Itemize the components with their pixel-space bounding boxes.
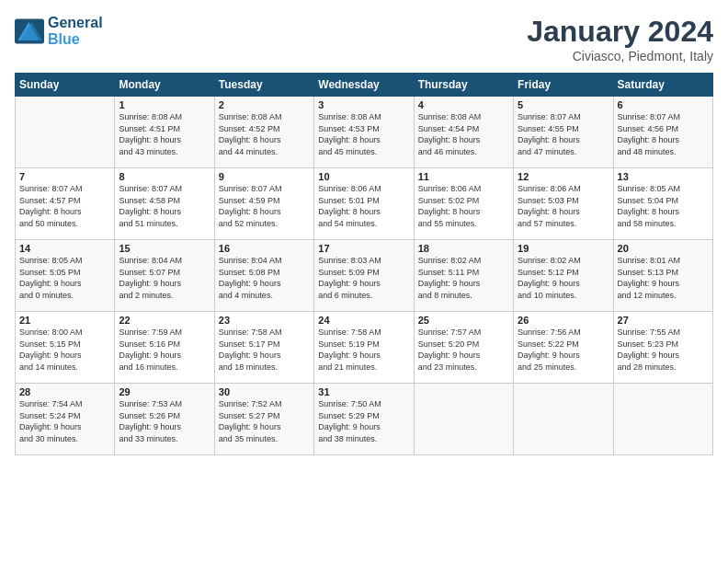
calendar-cell: 25Sunrise: 7:57 AM Sunset: 5:20 PM Dayli… [414, 312, 513, 384]
day-number: 26 [518, 315, 609, 326]
day-number: 7 [19, 171, 110, 182]
page-container: General Blue January 2024 Civiasco, Pied… [0, 0, 728, 465]
day-info: Sunrise: 8:05 AM Sunset: 5:05 PM Dayligh… [19, 255, 110, 301]
day-number: 22 [119, 315, 210, 326]
day-info: Sunrise: 8:06 AM Sunset: 5:02 PM Dayligh… [418, 183, 509, 229]
calendar-cell: 8Sunrise: 8:07 AM Sunset: 4:58 PM Daylig… [115, 168, 214, 240]
day-number: 30 [219, 386, 310, 397]
day-info: Sunrise: 8:07 AM Sunset: 4:56 PM Dayligh… [618, 111, 709, 157]
calendar-cell: 31Sunrise: 7:50 AM Sunset: 5:29 PM Dayli… [314, 384, 414, 455]
day-info: Sunrise: 7:55 AM Sunset: 5:23 PM Dayligh… [618, 327, 709, 373]
day-number: 21 [19, 315, 110, 326]
calendar-cell: 26Sunrise: 7:56 AM Sunset: 5:22 PM Dayli… [514, 312, 613, 384]
calendar-header-row: SundayMondayTuesdayWednesdayThursdayFrid… [16, 74, 713, 97]
day-info: Sunrise: 8:07 AM Sunset: 4:55 PM Dayligh… [518, 111, 609, 157]
day-info: Sunrise: 8:00 AM Sunset: 5:15 PM Dayligh… [19, 327, 110, 373]
calendar-cell: 17Sunrise: 8:03 AM Sunset: 5:09 PM Dayli… [314, 240, 414, 312]
day-number: 5 [518, 99, 609, 110]
day-number: 6 [618, 99, 709, 110]
calendar-cell [414, 384, 513, 455]
day-info: Sunrise: 8:04 AM Sunset: 5:07 PM Dayligh… [119, 255, 210, 301]
day-number: 1 [119, 99, 210, 110]
calendar-cell: 16Sunrise: 8:04 AM Sunset: 5:08 PM Dayli… [214, 240, 313, 312]
day-info: Sunrise: 7:53 AM Sunset: 5:26 PM Dayligh… [119, 398, 210, 444]
day-info: Sunrise: 8:08 AM Sunset: 4:51 PM Dayligh… [119, 111, 210, 157]
logo-text: General Blue [48, 15, 103, 47]
day-number: 10 [318, 171, 409, 182]
calendar-cell: 2Sunrise: 8:08 AM Sunset: 4:52 PM Daylig… [214, 97, 313, 168]
calendar-week-3: 14Sunrise: 8:05 AM Sunset: 5:05 PM Dayli… [16, 240, 713, 312]
calendar-cell: 11Sunrise: 8:06 AM Sunset: 5:02 PM Dayli… [414, 168, 513, 240]
day-number: 4 [418, 99, 509, 110]
title-block: January 2024 Civiasco, Piedmont, Italy [527, 15, 713, 63]
calendar-cell: 27Sunrise: 7:55 AM Sunset: 5:23 PM Dayli… [613, 312, 712, 384]
header-wednesday: Wednesday [314, 74, 414, 97]
day-number: 8 [119, 171, 210, 182]
day-number: 14 [19, 243, 110, 254]
day-info: Sunrise: 8:08 AM Sunset: 4:53 PM Dayligh… [318, 111, 409, 157]
calendar-cell: 5Sunrise: 8:07 AM Sunset: 4:55 PM Daylig… [514, 97, 613, 168]
calendar-cell [613, 384, 712, 455]
header-sunday: Sunday [16, 74, 115, 97]
day-number: 11 [418, 171, 509, 182]
calendar-cell: 7Sunrise: 8:07 AM Sunset: 4:57 PM Daylig… [16, 168, 115, 240]
day-number: 31 [318, 386, 409, 397]
header-friday: Friday [514, 74, 613, 97]
calendar-cell: 28Sunrise: 7:54 AM Sunset: 5:24 PM Dayli… [16, 384, 115, 455]
day-number: 18 [418, 243, 509, 254]
day-number: 15 [119, 243, 210, 254]
day-number: 25 [418, 315, 509, 326]
day-number: 19 [518, 243, 609, 254]
day-number: 24 [318, 315, 409, 326]
calendar-cell: 12Sunrise: 8:06 AM Sunset: 5:03 PM Dayli… [514, 168, 613, 240]
day-info: Sunrise: 8:08 AM Sunset: 4:52 PM Dayligh… [219, 111, 310, 157]
calendar-cell: 4Sunrise: 8:08 AM Sunset: 4:54 PM Daylig… [414, 97, 513, 168]
day-number: 29 [119, 386, 210, 397]
day-info: Sunrise: 8:01 AM Sunset: 5:13 PM Dayligh… [618, 255, 709, 301]
header-saturday: Saturday [613, 74, 712, 97]
day-number: 23 [219, 315, 310, 326]
calendar-cell: 22Sunrise: 7:59 AM Sunset: 5:16 PM Dayli… [115, 312, 214, 384]
day-info: Sunrise: 7:52 AM Sunset: 5:27 PM Dayligh… [219, 398, 310, 444]
day-number: 17 [318, 243, 409, 254]
calendar-cell: 21Sunrise: 8:00 AM Sunset: 5:15 PM Dayli… [16, 312, 115, 384]
calendar-cell: 6Sunrise: 8:07 AM Sunset: 4:56 PM Daylig… [613, 97, 712, 168]
logo-icon [15, 18, 44, 44]
calendar-cell: 1Sunrise: 8:08 AM Sunset: 4:51 PM Daylig… [115, 97, 214, 168]
calendar-week-5: 28Sunrise: 7:54 AM Sunset: 5:24 PM Dayli… [16, 384, 713, 455]
calendar-cell [16, 97, 115, 168]
day-number: 12 [518, 171, 609, 182]
day-info: Sunrise: 8:06 AM Sunset: 5:03 PM Dayligh… [518, 183, 609, 229]
header: General Blue January 2024 Civiasco, Pied… [15, 15, 713, 63]
day-number: 27 [618, 315, 709, 326]
calendar-cell: 13Sunrise: 8:05 AM Sunset: 5:04 PM Dayli… [613, 168, 712, 240]
day-info: Sunrise: 8:06 AM Sunset: 5:01 PM Dayligh… [318, 183, 409, 229]
day-info: Sunrise: 7:59 AM Sunset: 5:16 PM Dayligh… [119, 327, 210, 373]
day-number: 2 [219, 99, 310, 110]
day-number: 20 [618, 243, 709, 254]
calendar-week-2: 7Sunrise: 8:07 AM Sunset: 4:57 PM Daylig… [16, 168, 713, 240]
calendar-cell: 23Sunrise: 7:58 AM Sunset: 5:17 PM Dayli… [214, 312, 313, 384]
day-info: Sunrise: 7:58 AM Sunset: 5:17 PM Dayligh… [219, 327, 310, 373]
calendar-cell: 10Sunrise: 8:06 AM Sunset: 5:01 PM Dayli… [314, 168, 414, 240]
day-number: 28 [19, 386, 110, 397]
calendar-cell: 24Sunrise: 7:58 AM Sunset: 5:19 PM Dayli… [314, 312, 414, 384]
day-info: Sunrise: 7:54 AM Sunset: 5:24 PM Dayligh… [19, 398, 110, 444]
calendar-week-1: 1Sunrise: 8:08 AM Sunset: 4:51 PM Daylig… [16, 97, 713, 168]
calendar-cell: 30Sunrise: 7:52 AM Sunset: 5:27 PM Dayli… [214, 384, 313, 455]
calendar-cell: 20Sunrise: 8:01 AM Sunset: 5:13 PM Dayli… [613, 240, 712, 312]
calendar-cell: 19Sunrise: 8:02 AM Sunset: 5:12 PM Dayli… [514, 240, 613, 312]
month-title: January 2024 [527, 15, 713, 49]
calendar-cell: 29Sunrise: 7:53 AM Sunset: 5:26 PM Dayli… [115, 384, 214, 455]
calendar-table: SundayMondayTuesdayWednesdayThursdayFrid… [15, 73, 713, 455]
day-info: Sunrise: 8:02 AM Sunset: 5:12 PM Dayligh… [518, 255, 609, 301]
day-info: Sunrise: 7:57 AM Sunset: 5:20 PM Dayligh… [418, 327, 509, 373]
calendar-cell: 14Sunrise: 8:05 AM Sunset: 5:05 PM Dayli… [16, 240, 115, 312]
day-info: Sunrise: 7:58 AM Sunset: 5:19 PM Dayligh… [318, 327, 409, 373]
day-info: Sunrise: 7:56 AM Sunset: 5:22 PM Dayligh… [518, 327, 609, 373]
calendar-cell: 15Sunrise: 8:04 AM Sunset: 5:07 PM Dayli… [115, 240, 214, 312]
day-info: Sunrise: 8:05 AM Sunset: 5:04 PM Dayligh… [618, 183, 709, 229]
day-info: Sunrise: 8:07 AM Sunset: 4:57 PM Dayligh… [19, 183, 110, 229]
day-number: 16 [219, 243, 310, 254]
day-info: Sunrise: 8:02 AM Sunset: 5:11 PM Dayligh… [418, 255, 509, 301]
